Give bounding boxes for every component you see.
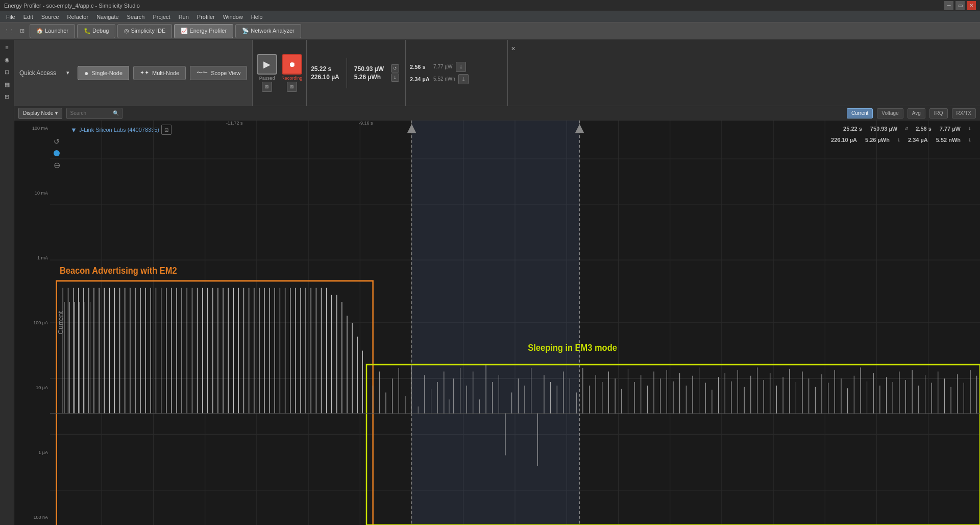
left-icon-1[interactable]: ≡ (2, 42, 13, 53)
launcher-button[interactable]: 🏠 Launcher (30, 24, 75, 38)
stat-row-time: 25.22 s (311, 65, 339, 73)
y-label-1ma: 1 mA (16, 255, 48, 260)
menu-navigate[interactable]: Navigate (92, 13, 122, 21)
play-button[interactable]: ▶ (257, 54, 277, 75)
voltage-mode-button[interactable]: Voltage (877, 108, 903, 118)
multi-node-label: Multi-Node (152, 70, 179, 76)
svg-text:Sleeping in EM3 mode: Sleeping in EM3 mode (528, 343, 617, 353)
title-bar: Energy Profiler - soc-empty_4/app.c - Si… (0, 0, 980, 11)
network-analyzer-button[interactable]: 📡 Network Analyzer (235, 24, 301, 38)
toolbar-icon-btn[interactable]: ⊞ (16, 26, 28, 37)
menu-project[interactable]: Project (149, 13, 174, 21)
cursor-time-value: 2.56 s (410, 64, 430, 70)
stat-time-value: 25.22 s (311, 65, 331, 73)
refresh-icon[interactable]: ↺ (391, 64, 399, 73)
cursor-stats: 2.56 s 7.77 µW ⤓ 2.34 µA 5.52 nWh ⤓ (406, 40, 508, 106)
scope-view-button[interactable]: 〜〜 Scope View (190, 66, 247, 80)
menu-refactor[interactable]: Refactor (63, 13, 93, 21)
menu-help[interactable]: Help (247, 13, 267, 21)
y-axis: 100 mA 10 mA 1 mA 100 µA 10 µA 1 µA 100 … (14, 121, 50, 525)
maximize-button[interactable]: ▭ (955, 1, 965, 10)
stat-power-value: 750.93 µW (354, 65, 384, 73)
quick-access-area: Quick Access ▾ ● Single-Node ✦✦ Multi-No… (14, 40, 253, 106)
record-button[interactable]: ⏺ (282, 54, 302, 75)
rec-ctrl-icon-1[interactable]: ⊠ (287, 82, 297, 92)
stat-current-value: 226.10 µA (311, 74, 339, 81)
y-label-10ua: 10 µA (16, 385, 48, 390)
energy-profiler-button[interactable]: 📈 Energy Profiler (174, 24, 233, 38)
play-ctrl-icons: ⊠ (262, 82, 272, 92)
minimize-button[interactable]: ─ (944, 1, 953, 10)
cursor-stat-row-2: 2.34 µA 5.52 nWh ⤓ (410, 74, 503, 84)
stat-energy-value: 5.26 µWh (354, 74, 381, 81)
menu-edit[interactable]: Edit (19, 13, 37, 21)
playback-controls: ▶ Paused ⊠ ⏺ Recording ⊠ (253, 40, 307, 106)
close-panel-button[interactable]: ✕ (508, 43, 518, 54)
window-controls: ─ ▭ ✕ (944, 1, 976, 10)
left-icon-3[interactable]: ⊡ (2, 66, 13, 78)
download-icon-1[interactable]: ⤓ (391, 74, 399, 82)
play-ctrl-icon-1[interactable]: ⊠ (262, 82, 272, 92)
download-icon-2[interactable]: ⤓ (456, 62, 466, 72)
paused-label: Paused (259, 76, 275, 81)
search-box: 🔍 (66, 108, 122, 119)
left-icon-4[interactable]: ▦ (2, 79, 13, 90)
menu-file[interactable]: File (2, 13, 19, 21)
chart-svg: Beacon Advertising with EM2 Sleeping in … (50, 121, 980, 525)
recording-label: Recording (281, 76, 302, 81)
multi-node-button[interactable]: ✦✦ Multi-Node (133, 66, 186, 80)
quick-access-dropdown[interactable]: ▾ (62, 67, 74, 79)
stat-group-time-power: 25.22 s 226.10 µA (311, 65, 339, 81)
y-label-10ma: 10 mA (16, 190, 48, 196)
menu-window[interactable]: Window (219, 13, 247, 21)
y-label-100ma: 100 mA (16, 126, 48, 131)
close-button[interactable]: ✕ (967, 1, 976, 10)
chart-area: ▼ J-Link Silicon Labs (440078335) ⊡ 25.2… (14, 121, 980, 525)
stats-panel: 25.22 s 226.10 µA 750.93 µW 5.26 µWh (307, 40, 406, 106)
cursor-stat-row-1: 2.56 s 7.77 µW ⤓ (410, 62, 503, 72)
refresh-icon-col: ↺ ⤓ (391, 64, 399, 82)
play-record-row: ▶ Paused ⊠ ⏺ Recording ⊠ (257, 54, 302, 92)
far-left-icons: ≡ ◉ ⊡ ▦ ⊞ (0, 40, 14, 525)
stat-group-power-energy: 750.93 µW 5.26 µWh (354, 65, 384, 81)
search-input[interactable] (70, 110, 111, 116)
svg-rect-24 (412, 121, 580, 525)
search-icon: 🔍 (113, 110, 119, 116)
scope-view-icon: 〜〜 (197, 69, 208, 77)
download-icon-3[interactable]: ⤓ (458, 74, 469, 84)
single-node-label: Single-Node (92, 70, 123, 76)
cursor-power-value: 7.77 µW (433, 64, 452, 69)
center-content: Quick Access ▾ ● Single-Node ✦✦ Multi-No… (14, 40, 980, 525)
menu-profiler[interactable]: Profiler (193, 13, 219, 21)
simplicity-ide-button[interactable]: ◎ Simplicity IDE (117, 24, 172, 38)
menu-source[interactable]: Source (37, 13, 63, 21)
rxtx-mode-button[interactable]: RX/TX (952, 108, 976, 118)
display-node-button[interactable]: Display Node ▾ (18, 108, 62, 119)
stats-divider (347, 58, 347, 88)
left-icon-2[interactable]: ◉ (2, 54, 13, 65)
panel-close-area: ✕ (508, 40, 518, 106)
scope-view-label: Scope View (211, 70, 240, 76)
irq-mode-button[interactable]: IRQ (929, 108, 948, 118)
main-layout: ≡ ◉ ⊡ ▦ ⊞ Quick Access ▾ ● Single-Node ✦… (0, 40, 980, 525)
waveform-container: ▼ J-Link Silicon Labs (440078335) ⊡ 25.2… (14, 121, 980, 525)
single-node-button[interactable]: ● Single-Node (78, 66, 129, 80)
menu-run[interactable]: Run (175, 13, 193, 21)
y-label-100na: 100 nA (16, 515, 48, 520)
y-label-1ua: 1 µA (16, 450, 48, 455)
menu-search[interactable]: Search (123, 13, 149, 21)
quick-access-label: Quick Access (19, 69, 56, 77)
single-node-icon: ● (84, 69, 88, 77)
stat-row-current: 226.10 µA (311, 74, 339, 81)
current-mode-button[interactable]: Current (847, 108, 873, 118)
cursor-energy-value: 5.52 nWh (433, 76, 455, 82)
display-node-chevron: ▾ (55, 110, 58, 116)
profiler-toolbar: Quick Access ▾ ● Single-Node ✦✦ Multi-No… (14, 40, 980, 106)
stat-row-power: 750.93 µW (354, 65, 384, 73)
rec-ctrl-icons: ⊠ (287, 82, 297, 92)
avg-mode-button[interactable]: Avg (908, 108, 925, 118)
svg-text:Current: Current (57, 311, 64, 335)
left-icon-5[interactable]: ⊞ (2, 91, 13, 102)
debug-button[interactable]: 🐛 Debug (77, 24, 115, 38)
multi-node-icon: ✦✦ (140, 69, 149, 76)
